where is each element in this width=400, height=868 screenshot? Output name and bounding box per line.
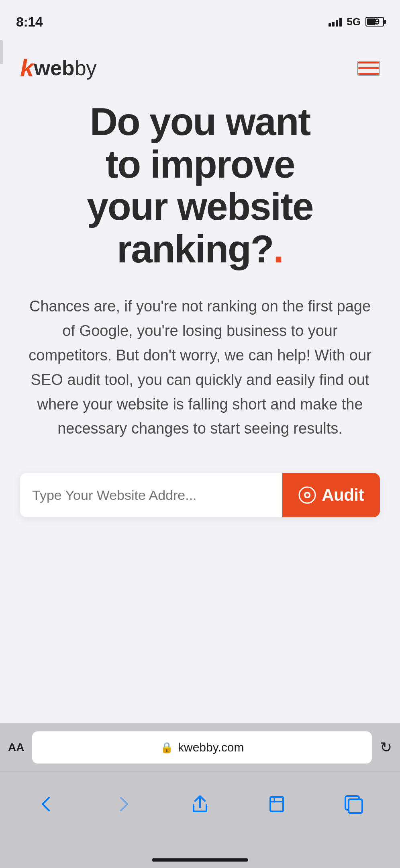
home-indicator (0, 836, 400, 868)
hamburger-line-2 (358, 67, 379, 69)
logo: k webby (20, 55, 97, 80)
eye-icon (298, 486, 316, 504)
font-size-button[interactable]: AA (8, 741, 24, 754)
home-pill (152, 858, 248, 862)
tabs-button[interactable] (337, 788, 369, 820)
heading-line1: Do you want (90, 100, 310, 143)
address-bar-container: AA 🔒 kwebby.com ↻ (0, 723, 400, 772)
hamburger-button[interactable] (357, 61, 380, 76)
bookmarks-button[interactable] (261, 788, 293, 820)
reload-button[interactable]: ↻ (380, 739, 392, 756)
navbar: k webby (20, 47, 380, 100)
battery-icon: 49 (365, 17, 384, 27)
heading-dot: . (273, 227, 283, 270)
heading-line4: ranking? (117, 227, 273, 270)
svg-point-2 (306, 493, 309, 497)
logo-text: webby (34, 57, 96, 78)
url-input[interactable] (20, 473, 282, 517)
signal-icon (329, 17, 342, 27)
lock-icon: 🔒 (160, 741, 173, 754)
logo-web: web (34, 56, 74, 80)
status-bar: 8:14 5G 49 (0, 0, 400, 35)
audit-input-section: Audit (20, 473, 380, 517)
scroll-indicator (0, 40, 3, 64)
browser-bottom-bar: AA 🔒 kwebby.com ↻ (0, 723, 400, 868)
hamburger-line-3 (358, 73, 379, 75)
svg-rect-5 (349, 799, 362, 813)
battery-percent: 49 (370, 16, 380, 27)
address-text: kwebby.com (178, 741, 244, 754)
forward-button[interactable] (107, 788, 139, 820)
forward-icon (113, 794, 134, 815)
status-icons: 5G 49 (329, 16, 384, 28)
status-time: 8:14 (16, 14, 43, 30)
hamburger-line-1 (358, 61, 379, 63)
browser-nav-toolbar (0, 772, 400, 836)
back-button[interactable] (31, 788, 63, 820)
tabs-icon (343, 794, 364, 815)
hero-heading: Do you want to improve your website rank… (20, 100, 380, 270)
svg-rect-3 (270, 797, 283, 811)
heading-line2: to improve (106, 143, 295, 186)
logo-k-letter: k (20, 55, 34, 80)
audit-button-label: Audit (322, 485, 364, 505)
bookmarks-icon (266, 794, 287, 815)
back-icon (36, 794, 57, 815)
share-button[interactable] (184, 788, 216, 820)
audit-button[interactable]: Audit (282, 473, 380, 517)
address-bar[interactable]: 🔒 kwebby.com (32, 731, 372, 764)
network-label: 5G (347, 16, 361, 28)
logo-by: by (75, 56, 97, 80)
description-text: Chances are, if you're not ranking on th… (20, 294, 380, 441)
share-icon (190, 794, 210, 815)
heading-line3: your website (87, 185, 313, 228)
page-content: k webby Do you want to improve your webs… (0, 35, 400, 678)
